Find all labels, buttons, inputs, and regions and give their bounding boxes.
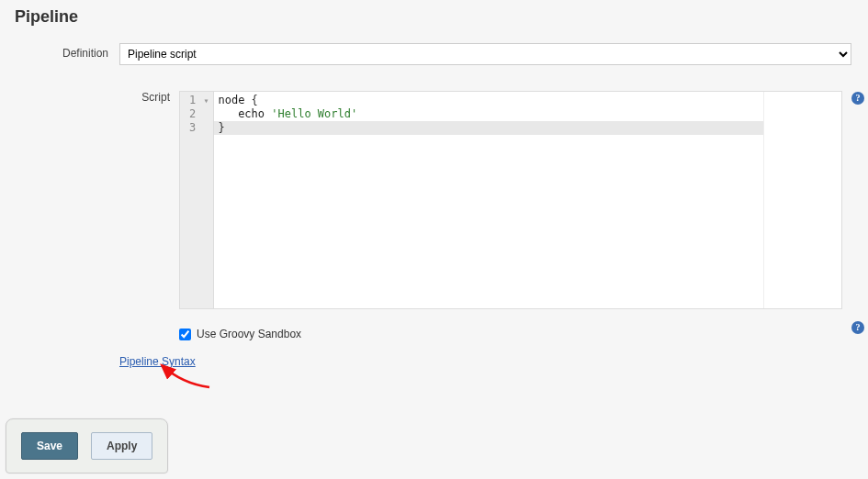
script-editor[interactable]: 1 ▾2 3 node { echo 'Hello World'}: [179, 91, 842, 309]
line-number: 2: [189, 107, 209, 121]
editor-code-area[interactable]: node { echo 'Hello World'}: [214, 92, 763, 308]
line-number: 3: [189, 121, 209, 135]
save-button[interactable]: Save: [21, 432, 78, 460]
sandbox-label-wrap[interactable]: Use Groovy Sandbox: [179, 328, 831, 340]
sandbox-checkbox[interactable]: [179, 329, 191, 340]
section-heading: Pipeline: [0, 0, 868, 38]
definition-select[interactable]: Pipeline script: [119, 43, 851, 65]
definition-label: Definition: [0, 38, 119, 71]
code-line[interactable]: }: [214, 121, 763, 135]
script-label: Script: [119, 85, 179, 315]
bottom-button-bar: Save Apply: [6, 418, 168, 473]
pipeline-syntax-link[interactable]: Pipeline Syntax: [119, 355, 196, 368]
editor-gutter: 1 ▾2 3: [180, 92, 214, 308]
help-icon[interactable]: ?: [851, 92, 864, 105]
help-icon[interactable]: ?: [851, 321, 864, 334]
line-number: 1 ▾: [189, 94, 209, 107]
code-line[interactable]: node {: [218, 94, 760, 107]
editor-right-pane: [763, 92, 841, 308]
sandbox-label: Use Groovy Sandbox: [197, 328, 301, 340]
code-line[interactable]: echo 'Hello World': [218, 107, 760, 121]
apply-button[interactable]: Apply: [91, 432, 152, 460]
